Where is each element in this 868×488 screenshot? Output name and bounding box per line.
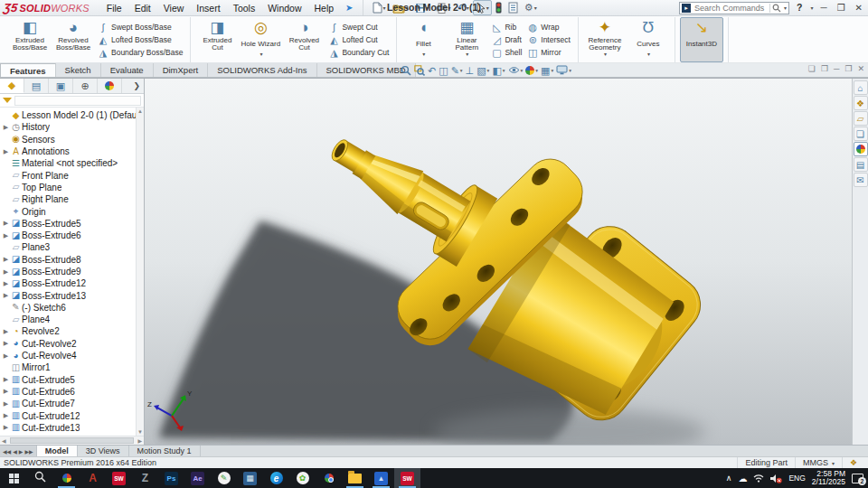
tree-item-cut-extrude5[interactable]: ▶▥Cut-Extrude5 xyxy=(2,374,144,386)
annotation-views-dropdown-icon[interactable]: ▾ xyxy=(460,65,463,76)
swept-boss-base-button[interactable]: ʃSwept Boss/Base xyxy=(95,22,185,33)
fillet-button[interactable]: ◖Fillet▾ xyxy=(401,17,445,62)
tab-dimxpert[interactable]: DimXpert xyxy=(154,63,209,77)
previous-view-button[interactable]: ↶ xyxy=(428,65,436,76)
onedrive-cloud-icon[interactable]: ☁ xyxy=(738,474,747,483)
curves-button[interactable]: ƱCurves▾ xyxy=(627,17,670,62)
edit-appearance-button[interactable]: ▾ xyxy=(525,65,538,76)
tree-item-plane3[interactable]: ▱Plane3 xyxy=(2,241,144,253)
menu-tools[interactable]: Tools xyxy=(227,1,262,15)
model-3d-view[interactable]: Z Y xyxy=(145,79,852,445)
expand-caret-icon[interactable]: ▶ xyxy=(2,220,10,227)
hole-wizard-button[interactable]: ◎Hole Wizard▾ xyxy=(239,17,282,62)
expand-caret-icon[interactable]: ▶ xyxy=(2,352,10,360)
taskbar-notes-app-button[interactable]: ✎ xyxy=(211,468,237,488)
tree-item-sketch6[interactable]: ✎(-) Sketch6 xyxy=(2,302,144,314)
wifi-icon[interactable] xyxy=(753,474,764,483)
tree-item-cut-revolve2[interactable]: ▶◕Cut-Revolve2 xyxy=(2,338,144,350)
shell-button[interactable]: ▢Shell xyxy=(488,47,524,59)
scroll-left-icon[interactable]: ◀ xyxy=(0,437,8,444)
file-properties-button[interactable] xyxy=(505,0,521,15)
graphics-viewport[interactable]: Z Y xyxy=(145,79,852,445)
fm-tab-propertymanager[interactable]: ▤ xyxy=(24,79,49,93)
boundary-cut-button[interactable]: ◮Boundary Cut xyxy=(326,47,392,59)
tree-item-boss-extrude8[interactable]: ▶◪Boss-Extrude8 xyxy=(2,254,144,266)
tree-item-origin[interactable]: ⌖Origin xyxy=(2,205,144,217)
view-orientation-dropdown-icon[interactable]: ▾ xyxy=(487,65,490,76)
zoom-to-fit-button[interactable] xyxy=(401,65,411,76)
normal-to-button[interactable]: ⊥ xyxy=(466,65,475,76)
select-dropdown-icon[interactable]: ▾ xyxy=(486,5,489,11)
expand-caret-icon[interactable]: ▶ xyxy=(2,328,10,335)
section-view-button[interactable]: ◫ xyxy=(439,65,448,76)
doc-minimize-button[interactable]: ─ xyxy=(834,64,839,73)
tab-evaluate[interactable]: Evaluate xyxy=(101,63,154,77)
volume-muted-icon[interactable] xyxy=(770,474,782,483)
minimize-button[interactable]: ─ xyxy=(818,1,830,14)
search-commands-box[interactable]: ▸ ▾ xyxy=(679,2,789,14)
tree-item-history[interactable]: ▶◷History xyxy=(2,121,144,133)
expand-caret-icon[interactable]: ▶ xyxy=(2,268,10,276)
scroll-down-icon[interactable]: ▼ xyxy=(137,429,143,435)
taskpane-tab-design-library[interactable]: ❖ xyxy=(854,96,868,110)
tree-root-item[interactable]: ◆ Lesson Model 2-0 (1) (Default<<Default… xyxy=(2,109,144,121)
tab-solidworks-add-ins[interactable]: SOLIDWORKS Add-Ins xyxy=(208,63,316,77)
apply-scene-dropdown-icon[interactable]: ▾ xyxy=(551,65,553,76)
menu-window[interactable]: Window xyxy=(261,1,307,15)
fm-tab-dimxpertmanager[interactable]: ⊕ xyxy=(73,79,98,93)
view-settings-dropdown-icon[interactable]: ▾ xyxy=(569,65,571,76)
tree-vertical-scrollbar[interactable]: ▲ ▼ xyxy=(136,108,144,436)
close-button[interactable]: ✕ xyxy=(853,1,865,14)
expand-caret-icon[interactable]: ▶ xyxy=(2,400,10,408)
tree-item-cut-extrude6[interactable]: ▶▥Cut-Extrude6 xyxy=(2,386,144,398)
taskbar-file-explorer-button[interactable] xyxy=(342,468,368,488)
tree-item-top-plane[interactable]: ▱Top Plane xyxy=(2,182,144,193)
doc-tab-model[interactable]: Model xyxy=(37,446,78,456)
display-style-button[interactable]: ◧▾ xyxy=(492,65,505,76)
menu-edit[interactable]: Edit xyxy=(128,1,157,15)
view-orientation-button[interactable]: ▧▾ xyxy=(476,65,489,76)
restore-button[interactable]: ❐ xyxy=(835,1,848,14)
expand-caret-icon[interactable]: ▶ xyxy=(2,256,10,263)
wrap-button[interactable]: ◍Wrap xyxy=(524,22,573,33)
filter-input[interactable] xyxy=(14,96,141,106)
reference-geometry-dropdown-icon[interactable]: ▾ xyxy=(604,52,607,58)
tree-item-sensors[interactable]: ◉Sensors xyxy=(2,134,144,145)
extruded-cut-button[interactable]: ◨Extruded Cut xyxy=(195,17,239,62)
expand-caret-icon[interactable]: ▶ xyxy=(2,412,10,419)
fillet-dropdown-icon[interactable]: ▾ xyxy=(422,52,425,58)
menu-view[interactable]: View xyxy=(157,1,191,15)
curves-dropdown-icon[interactable]: ▾ xyxy=(647,52,650,58)
units-dropdown-icon[interactable]: ▾ xyxy=(832,460,835,466)
taskbar-design-app-button[interactable] xyxy=(53,468,80,488)
lofted-cut-button[interactable]: ◭Lofted Cut xyxy=(326,34,392,46)
search-input[interactable] xyxy=(693,3,768,14)
taskpane-tab-file-explorer[interactable]: ▱ xyxy=(854,111,868,126)
doc-restore-button[interactable]: ❐ xyxy=(844,64,852,73)
tab-prev-icon[interactable]: ◀ xyxy=(13,448,17,455)
rib-button[interactable]: ◺Rib xyxy=(488,22,524,33)
menu-insert[interactable]: Insert xyxy=(190,1,226,15)
tags-status[interactable]: ❖ xyxy=(842,457,864,468)
taskbar-after-effects-button[interactable]: Ae xyxy=(184,468,211,488)
rebuild-button[interactable] xyxy=(493,0,505,15)
fm-tab-displaymanager[interactable] xyxy=(98,79,122,93)
tab-features[interactable]: Features xyxy=(0,63,56,77)
doc-prev-icon[interactable]: ❏ xyxy=(808,64,816,73)
taskbar-solidworks-launcher-button[interactable]: SW xyxy=(106,468,132,488)
options-button[interactable]: ⚙▾ xyxy=(522,1,540,14)
doc-tab-3d-views[interactable]: 3D Views xyxy=(78,446,129,456)
expand-caret-icon[interactable]: ▶ xyxy=(2,232,10,239)
revolved-cut-button[interactable]: ◑Revolved Cut xyxy=(282,17,326,62)
taskpane-tab-appearances[interactable] xyxy=(854,142,868,156)
tree-item-boss-extrude5[interactable]: ▶◪Boss-Extrude5 xyxy=(2,218,144,230)
tree-item-cut-extrude12[interactable]: ▶▥Cut-Extrude12 xyxy=(2,409,144,421)
options-dropdown-icon[interactable]: ▾ xyxy=(534,5,537,11)
hole-wizard-dropdown-icon[interactable]: ▾ xyxy=(259,52,262,58)
tree-item-front-plane[interactable]: ▱Front Plane xyxy=(2,169,144,181)
taskbar-calculator-button[interactable]: ▦ xyxy=(237,468,263,488)
new-dropdown-icon[interactable]: ▾ xyxy=(383,5,386,11)
language-indicator[interactable]: ENG xyxy=(788,474,805,483)
search-dropdown-icon[interactable]: ▾ xyxy=(784,5,787,11)
lofted-boss-base-button[interactable]: ◭Lofted Boss/Base xyxy=(95,34,185,46)
